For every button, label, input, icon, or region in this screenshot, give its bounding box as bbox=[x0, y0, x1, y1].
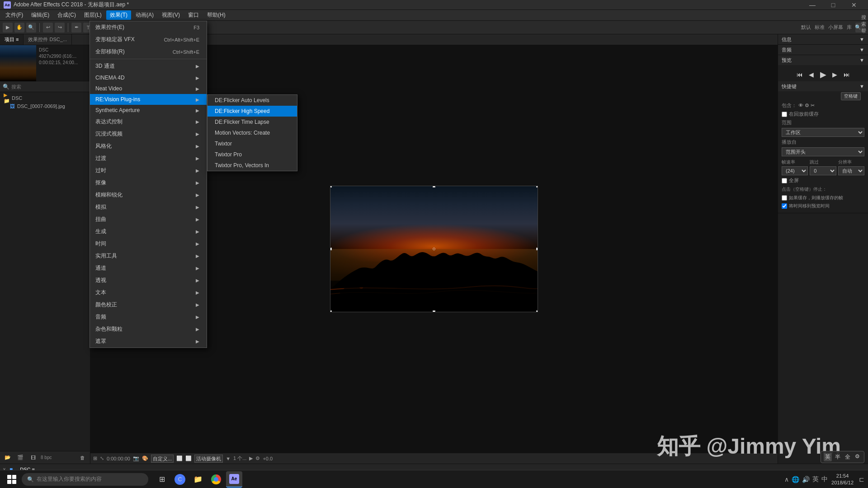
taskbar-search[interactable]: 🔍 在这里输入你要搜索的内容 bbox=[22, 473, 148, 486]
effect-item-controls[interactable]: 效果控件(E) F3 bbox=[90, 21, 207, 33]
effect-item-audio[interactable]: 音频 ▶ bbox=[90, 311, 207, 323]
new-comp-btn[interactable]: 🎬 bbox=[15, 453, 25, 463]
handle-left-center[interactable] bbox=[330, 248, 332, 250]
tool-pen[interactable]: ✒ bbox=[71, 23, 81, 33]
effect-item-expr[interactable]: 表达式控制 ▶ bbox=[90, 116, 207, 128]
taskbar-clock[interactable]: 21:54 2018/6/12 bbox=[831, 473, 854, 486]
effect-item-noise[interactable]: 杂色和颗粒 ▶ bbox=[90, 323, 207, 335]
minimize-button[interactable]: — bbox=[802, 0, 823, 10]
menu-window[interactable]: 窗口 bbox=[184, 10, 203, 20]
list-item-dsc-image[interactable]: 🖼 DSC_[0007-0069].jpg bbox=[0, 102, 90, 110]
effect-item-obsolete[interactable]: 过时 ▶ bbox=[90, 164, 207, 177]
resolution-dropdown[interactable]: 自动 bbox=[838, 166, 864, 175]
effect-item-synthetic[interactable]: Synthetic Aperture ▶ bbox=[90, 105, 207, 116]
tab-project[interactable]: 项目 ≡ bbox=[0, 34, 24, 45]
effect-item-revision[interactable]: RE:Vision Plug-ins ▶ bbox=[90, 94, 207, 105]
ime-item-settings[interactable]: ⚙ bbox=[854, 453, 861, 461]
effect-item-simulate[interactable]: 模拟 ▶ bbox=[90, 201, 207, 213]
go-end-btn[interactable]: ⏭ bbox=[843, 70, 851, 79]
effect-item-distort[interactable]: 扭曲 ▶ bbox=[90, 213, 207, 225]
submenu-item-twixtor-vectors[interactable]: Twixtor Pro, Vectors In bbox=[208, 160, 297, 171]
fps-dropdown[interactable]: (24) bbox=[782, 166, 808, 175]
effect-item-color-correct[interactable]: 颜色校正 ▶ bbox=[90, 299, 207, 311]
close-button[interactable]: ✕ bbox=[844, 0, 864, 10]
tray-ime[interactable]: 中 bbox=[821, 475, 828, 483]
play-btn[interactable]: ▶ bbox=[819, 70, 827, 79]
project-search-input[interactable] bbox=[11, 84, 87, 89]
playback-dropdown[interactable]: 范围开头 bbox=[782, 147, 864, 156]
window-controls[interactable]: — □ ✕ bbox=[802, 0, 864, 10]
handle-top-right[interactable] bbox=[536, 186, 538, 188]
zoom-controls[interactable]: ⚙ bbox=[255, 455, 260, 461]
menu-effects[interactable]: 效果(T) bbox=[106, 10, 131, 20]
new-folder-btn[interactable]: 📂 bbox=[3, 453, 13, 463]
tab-effects-controls[interactable]: 效果控件 DSC_... bbox=[24, 34, 72, 45]
submenu-item-twixtor-pro[interactable]: Twixtor Pro bbox=[208, 149, 297, 160]
menu-edit[interactable]: 编辑(E) bbox=[28, 10, 53, 20]
info-section-header[interactable]: 信息 ▼ bbox=[778, 34, 868, 44]
handle-right-center[interactable] bbox=[536, 248, 538, 250]
submenu-item-flicker-auto[interactable]: DE:Flicker Auto Levels bbox=[208, 95, 297, 106]
footage-btn[interactable]: 🎞 bbox=[28, 453, 38, 463]
handle-bottom-right[interactable] bbox=[536, 310, 538, 312]
menu-file[interactable]: 文件(F) bbox=[2, 10, 27, 20]
menu-layer[interactable]: 图层(L) bbox=[80, 10, 105, 20]
tool-select[interactable]: ▶ bbox=[3, 23, 13, 33]
go-start-btn[interactable]: ⏮ bbox=[796, 70, 804, 79]
maximize-button[interactable]: □ bbox=[823, 0, 844, 10]
view-more[interactable]: ▶ bbox=[249, 455, 253, 461]
range-dropdown[interactable]: 工作区 bbox=[782, 128, 864, 137]
handle-bottom-left[interactable] bbox=[330, 310, 332, 312]
taskbar-ae[interactable]: Ae bbox=[226, 471, 242, 488]
submenu-item-twixtor[interactable]: Twixtor bbox=[208, 138, 297, 149]
effect-item-3d[interactable]: 3D 通道 ▶ bbox=[90, 60, 207, 72]
effect-item-transition[interactable]: 过渡 ▶ bbox=[90, 152, 207, 164]
start-button[interactable] bbox=[4, 471, 20, 488]
delete-btn[interactable]: 🗑 bbox=[77, 453, 87, 463]
effect-item-keying[interactable]: 抠像 ▶ bbox=[90, 177, 207, 189]
show-desktop-btn[interactable]: ⊏ bbox=[859, 476, 864, 483]
taskbar-task-view[interactable]: ⊞ bbox=[154, 471, 170, 488]
tool-zoom[interactable]: 🔍 bbox=[26, 23, 36, 33]
effect-item-immersive[interactable]: 沉浸式视频 ▶ bbox=[90, 128, 207, 140]
submenu-item-motion-vectors[interactable]: Motion Vectors: Create bbox=[208, 127, 297, 138]
taskbar-chrome[interactable] bbox=[208, 471, 224, 488]
cache-hint-checkbox[interactable] bbox=[782, 195, 787, 201]
effect-item-warp[interactable]: 变形稳定器 VFX Ctrl+Alt+Shift+E bbox=[90, 33, 207, 46]
effect-item-stylize[interactable]: 风格化 ▶ bbox=[90, 140, 207, 152]
effect-item-utility[interactable]: 实用工具 ▶ bbox=[90, 250, 207, 262]
menu-animation[interactable]: 动画(A) bbox=[132, 10, 157, 20]
effect-item-blur[interactable]: 模糊和锐化 ▶ bbox=[90, 189, 207, 201]
effect-item-text[interactable]: 文本 ▶ bbox=[90, 286, 207, 299]
time-hint-checkbox[interactable] bbox=[782, 203, 787, 209]
effect-item-remove-all[interactable]: 全部移除(R) Ctrl+Shift+E bbox=[90, 46, 207, 58]
prev-frame-btn[interactable]: ◀ bbox=[807, 70, 816, 79]
audio-section-header[interactable]: 音频 ▼ bbox=[778, 45, 868, 55]
effect-item-generate[interactable]: 生成 ▶ bbox=[90, 225, 207, 238]
tray-expand[interactable]: ∧ bbox=[784, 476, 789, 483]
camera-dropdown[interactable]: 活动摄像机 bbox=[194, 455, 223, 463]
submenu-item-flicker-high[interactable]: DE:Flicker High Speed bbox=[208, 106, 297, 117]
tool-undo[interactable]: ↩ bbox=[43, 23, 53, 33]
handle-top-center[interactable] bbox=[433, 186, 435, 188]
next-frame-btn[interactable]: ▶ bbox=[831, 70, 839, 79]
color-btn[interactable]: 🎨 bbox=[142, 455, 148, 461]
ime-item-full[interactable]: 全 bbox=[844, 453, 852, 461]
effect-item-neat-video[interactable]: Neat Video ▶ bbox=[90, 83, 207, 94]
effect-item-channel[interactable]: 通道 ▶ bbox=[90, 262, 207, 274]
safe-zones[interactable]: ⬜ bbox=[185, 455, 192, 461]
effect-item-matte[interactable]: 遮罩 ▶ bbox=[90, 335, 207, 347]
tray-network[interactable]: 🌐 bbox=[792, 476, 799, 483]
project-search-bar[interactable]: 🔍 bbox=[0, 81, 90, 92]
skip-dropdown[interactable]: 0 bbox=[810, 166, 836, 175]
ime-item-lang[interactable]: 英 bbox=[824, 453, 832, 461]
menu-view[interactable]: 视图(V) bbox=[158, 10, 184, 20]
comp-toggle[interactable]: ⊞ bbox=[93, 455, 97, 461]
ime-item-half[interactable]: 半 bbox=[834, 453, 842, 461]
submenu-item-flicker-time[interactable]: DE:Flicker Time Lapse bbox=[208, 117, 297, 127]
menu-help[interactable]: 帮助(H) bbox=[203, 10, 229, 20]
custom-dropdown[interactable]: 自定义... bbox=[151, 455, 174, 463]
tray-input-lang[interactable]: 英 bbox=[812, 475, 819, 483]
tool-redo[interactable]: ↪ bbox=[55, 23, 65, 33]
resolution-btn[interactable]: ⤡ bbox=[100, 455, 104, 461]
